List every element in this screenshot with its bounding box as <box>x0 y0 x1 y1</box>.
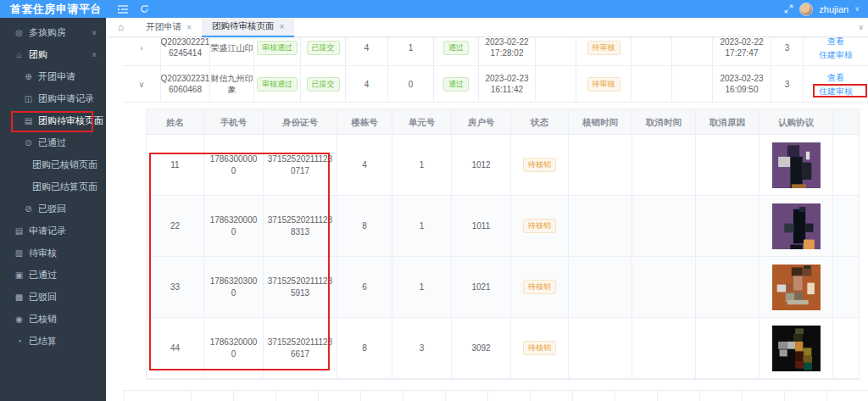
sidebar-item-tuangou[interactable]: ⌂ 团购 ∧ <box>0 43 106 65</box>
sidebar-item-tuangou-yihexiao[interactable]: 团购已核销页面 <box>0 153 106 175</box>
pending-audit-tag: 待审核 <box>587 77 620 92</box>
empty-cell <box>632 66 672 102</box>
col-name: 姓名 <box>147 109 204 135</box>
project-name: 财信九州印 象 <box>210 66 254 102</box>
view-link[interactable]: 查看 <box>827 72 844 83</box>
sidebar-item-yijiesuan[interactable]: ◔ 已结算 <box>0 330 106 352</box>
col-cancel-reason: 取消原因 <box>696 109 760 135</box>
cancel-time <box>632 196 696 257</box>
verified-icon: ◉ <box>14 315 25 324</box>
app-title: 首套住房申请平台 <box>0 2 106 17</box>
buyer-unit: 1 <box>392 135 452 196</box>
view-link[interactable]: 查看 <box>827 37 844 47</box>
col-cancel-time: 取消时间 <box>632 109 696 135</box>
buyer-name: 33 <box>147 257 204 318</box>
chevron-up-icon: ∧ <box>92 51 97 58</box>
buyer-building: 8 <box>337 196 392 257</box>
sidebar-item-yitongguo-sub[interactable]: ⊙ 已通过 <box>0 131 106 153</box>
sidebar-item-tuangou-yijiesuan[interactable]: 团购已结算页面 <box>0 175 106 198</box>
sidebar-item-tuangou-shenqing-jilu[interactable]: ◫ 团购申请记录 <box>0 87 106 109</box>
agreement-image[interactable] <box>772 142 821 188</box>
count-cell: 0 <box>388 66 434 102</box>
sidebar-item-duohai-goufang[interactable]: ◎ 多孩购房 ∨ <box>0 21 106 43</box>
verify-time <box>569 196 632 257</box>
buyer-name: 44 <box>147 318 204 379</box>
main-area: ⌂ 开团申请 × 团购待审核页面 × ∨ › Q202302221 624541… <box>106 18 868 401</box>
passed-icon: ⊙ <box>23 138 34 148</box>
verify-time <box>569 318 632 379</box>
buyer-phone: 17863000000 <box>204 135 264 196</box>
sidebar-item-tuangou-daishenhe[interactable]: ▤ 团购待审核页面 <box>0 109 106 131</box>
sidebar-item-yibohui-sub[interactable]: ⊘ 已驳回 <box>0 198 106 220</box>
buyer-unit: 3 <box>392 318 452 379</box>
pending-audit-icon: ▥ <box>14 248 25 258</box>
fullscreen-icon[interactable] <box>784 4 793 14</box>
home-icon[interactable]: ⌂ <box>118 21 124 33</box>
pass-status-tag: 通过 <box>443 77 469 92</box>
col-unit: 单元号 <box>392 109 452 135</box>
close-icon[interactable]: × <box>186 23 192 32</box>
pass-status-tag: 通过 <box>443 41 469 55</box>
rejected-main-icon: ▩ <box>14 292 25 302</box>
tab-kaituan-shenqing[interactable]: 开团申请 × <box>136 18 202 37</box>
content: › Q202302221 6245414 荣盛江山印 审核通过 已提交 4 1 … <box>106 37 868 401</box>
audit-status-tag: 审核通过 <box>257 77 298 92</box>
timestamp-cell: 2023-02-22 17:27:47 <box>713 37 771 65</box>
buyer-phone: 17863200000 <box>204 318 264 379</box>
sidebar-collapse-icon[interactable] <box>118 5 128 14</box>
tab-dropdown-icon[interactable]: ∨ <box>858 23 864 31</box>
refresh-icon[interactable] <box>140 4 149 14</box>
cancel-time <box>632 257 696 318</box>
sidebar-item-daishenhe[interactable]: ▥ 待审核 <box>0 242 106 264</box>
col-verify-time: 核销时间 <box>569 109 632 135</box>
user-avatar[interactable] <box>799 3 813 16</box>
agreement-image[interactable] <box>772 326 821 371</box>
col-agreement: 认购协议 <box>760 109 833 135</box>
tab-tuangou-daishenhe[interactable]: 团购待审核页面 × <box>202 18 294 37</box>
group-code: Q202302231 6060468 <box>161 66 210 102</box>
buyer-room: 1012 <box>452 135 511 196</box>
housing-audit-link[interactable]: 住建审核 <box>819 86 853 97</box>
empty-cell <box>672 37 713 65</box>
col-room: 房户号 <box>452 109 511 135</box>
detail-header-row: 姓名 手机号 身份证号 楼栋号 单元号 房户号 状态 核销时间 取消时间 取消原… <box>147 109 859 135</box>
cancel-time <box>632 135 696 196</box>
cancel-reason <box>696 318 760 379</box>
buyer-unit: 1 <box>392 257 452 318</box>
expand-row-icon[interactable]: › <box>140 42 142 53</box>
pending-verify-tag: 待核销 <box>523 219 556 233</box>
collapse-row-icon[interactable]: ∨ <box>138 79 144 90</box>
count-cell: 1 <box>388 37 434 65</box>
sidebar-item-yibohui[interactable]: ▩ 已驳回 <box>0 286 106 308</box>
buyer-building: 4 <box>337 135 392 196</box>
buyer-building: 6 <box>337 257 392 318</box>
buyer-row: 33 17863203000 371525202111285913 6 1 10… <box>147 257 859 318</box>
buyer-room: 3092 <box>452 318 511 379</box>
empty-cell <box>632 37 672 65</box>
cancel-reason <box>696 257 760 318</box>
user-menu-caret-icon[interactable]: ∨ <box>854 5 860 13</box>
count-cell: 3 <box>771 66 804 102</box>
table-row: ∨ Q202302231 6060468 财信九州印 象 审核通过 已提交 4 … <box>123 66 868 103</box>
settled-icon: ◔ <box>14 337 25 346</box>
col-phone: 手机号 <box>204 109 264 135</box>
sidebar-item-yihexiao[interactable]: ◉ 已核销 <box>0 308 106 330</box>
count-cell: 4 <box>346 37 388 65</box>
sidebar-item-shenqing-jilu[interactable]: ▤ 申请记录 <box>0 220 106 242</box>
agreement-image[interactable] <box>772 265 821 310</box>
buyer-detail-table: 姓名 手机号 身份证号 楼栋号 单元号 房户号 状态 核销时间 取消时间 取消原… <box>146 109 860 380</box>
sidebar: ◎ 多孩购房 ∨ ⌂ 团购 ∧ ⊕ 开团申请 ◫ 团购申请记录 ▤ 团购待审核页… <box>0 18 106 401</box>
open-group-icon: ⊕ <box>23 72 34 81</box>
submit-status-tag: 已提交 <box>307 77 340 92</box>
timestamp-cell: 2023-02-22 17:28:02 <box>479 37 536 65</box>
application-record-icon: ▤ <box>14 226 25 236</box>
apply-record-icon: ◫ <box>23 94 34 103</box>
username[interactable]: zhujian <box>819 4 849 14</box>
timestamp-cell: 2023-02-23 16:09:50 <box>713 66 771 102</box>
sidebar-item-kaituan-shenqing[interactable]: ⊕ 开团申请 <box>0 65 106 87</box>
close-icon[interactable]: × <box>280 22 285 31</box>
agreement-image[interactable] <box>772 203 821 249</box>
empty-cell <box>833 257 859 318</box>
sidebar-item-yitongguo[interactable]: ▣ 已通过 <box>0 264 106 286</box>
housing-audit-link[interactable]: 住建审核 <box>819 49 853 60</box>
